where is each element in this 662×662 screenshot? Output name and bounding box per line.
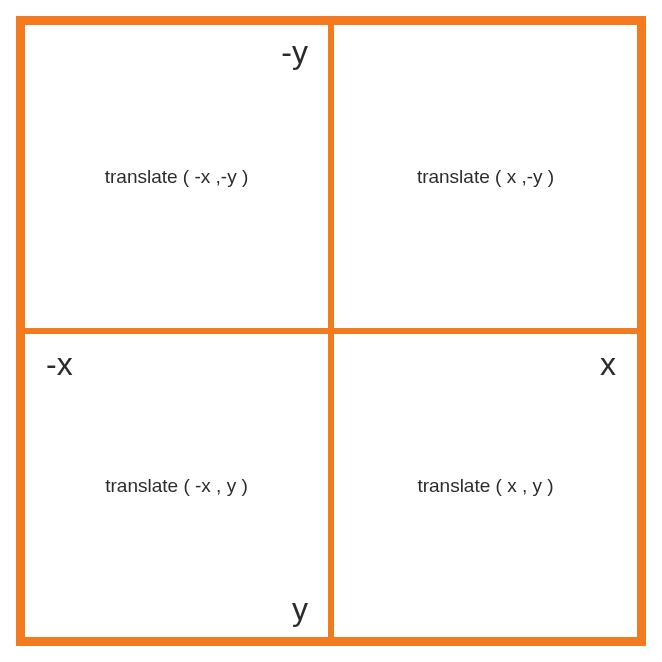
quadrant-grid: translate ( -x ,-y ) translate ( x ,-y )…	[16, 16, 646, 646]
quadrant-label-bottom-right: translate ( x , y )	[417, 475, 553, 497]
translate-quadrant-diagram: translate ( -x ,-y ) translate ( x ,-y )…	[16, 16, 646, 646]
quadrant-bottom-right: translate ( x , y )	[331, 331, 640, 640]
axis-label-neg-x: -x	[46, 346, 73, 383]
axis-label-x: x	[600, 346, 616, 383]
quadrant-label-bottom-left: translate ( -x , y )	[105, 475, 248, 497]
axis-label-y: y	[292, 591, 308, 628]
axis-label-neg-y: -y	[281, 34, 308, 71]
quadrant-top-right: translate ( x ,-y )	[331, 22, 640, 331]
quadrant-label-top-right: translate ( x ,-y )	[417, 166, 554, 188]
quadrant-label-top-left: translate ( -x ,-y )	[105, 166, 249, 188]
